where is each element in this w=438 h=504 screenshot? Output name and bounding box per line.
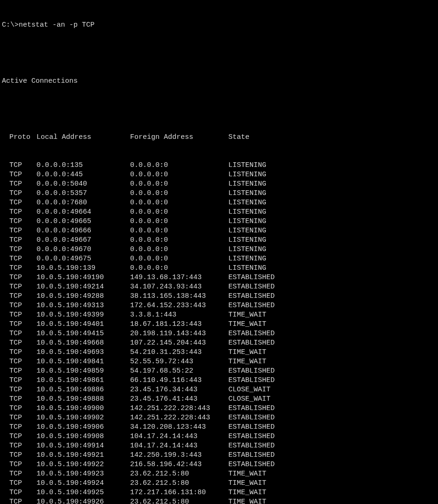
indent [2, 273, 9, 282]
cell-local-address: 0.0.0.0:135 [36, 161, 130, 170]
table-row: TCP10.0.5.190:493993.3.8.1:443TIME_WAIT [2, 310, 438, 320]
cell-local-address: 0.0.0.0:49670 [36, 245, 130, 254]
cell-state: ESTABLISHED [228, 441, 438, 451]
table-row: TCP10.0.5.190:4992623.62.212.5:80TIME_WA… [2, 497, 438, 504]
cell-proto: TCP [9, 395, 36, 404]
cell-state: TIME_WAIT [228, 488, 438, 497]
cell-foreign-address: 0.0.0.0:0 [130, 170, 228, 180]
cell-state: ESTABLISHED [228, 423, 438, 432]
table-row: TCP10.0.5.190:4992323.62.212.5:80TIME_WA… [2, 469, 438, 479]
cell-local-address: 10.0.5.190:49922 [36, 460, 130, 469]
cell-foreign-address: 34.120.208.123:443 [130, 423, 228, 432]
indent [2, 367, 9, 376]
cell-local-address: 10.0.5.190:49668 [36, 338, 130, 348]
cell-foreign-address: 104.17.24.14:443 [130, 432, 228, 441]
cell-local-address: 0.0.0.0:5357 [36, 189, 130, 198]
cell-proto: TCP [9, 441, 36, 451]
cell-state: ESTABLISHED [228, 404, 438, 413]
table-row: TCP10.0.5.190:4988623.45.176.34:443CLOSE… [2, 385, 438, 395]
cell-state: ESTABLISHED [228, 451, 438, 460]
cell-proto: TCP [9, 217, 36, 226]
cell-local-address: 10.0.5.190:49923 [36, 469, 130, 479]
cell-foreign-address: 23.62.212.5:80 [130, 497, 228, 504]
cell-state: TIME_WAIT [228, 479, 438, 488]
cell-state: TIME_WAIT [228, 320, 438, 329]
cell-state: LISTENING [228, 217, 438, 226]
cell-proto: TCP [9, 254, 36, 264]
table-row: TCP0.0.0.0:50400.0.0.0:0LISTENING [2, 180, 438, 189]
cell-state: LISTENING [228, 245, 438, 254]
cell-foreign-address: 0.0.0.0:0 [130, 161, 228, 170]
blank-line [2, 49, 438, 58]
cell-proto: TCP [9, 479, 36, 488]
cell-local-address: 0.0.0.0:445 [36, 170, 130, 180]
table-row: TCP10.0.5.190:4969354.210.31.253:443TIME… [2, 348, 438, 357]
cell-state: LISTENING [228, 180, 438, 189]
cell-foreign-address: 0.0.0.0:0 [130, 226, 228, 236]
cell-local-address: 0.0.0.0:49665 [36, 217, 130, 226]
cell-state: ESTABLISHED [228, 376, 438, 385]
cell-local-address: 0.0.0.0:49675 [36, 254, 130, 264]
cell-proto: TCP [9, 357, 36, 367]
table-row: TCP10.0.5.190:49313172.64.152.233:443EST… [2, 301, 438, 310]
cell-foreign-address: 0.0.0.0:0 [130, 180, 228, 189]
indent [2, 497, 9, 504]
cell-local-address: 0.0.0.0:49666 [36, 226, 130, 236]
indent [2, 395, 9, 404]
table-row: TCP10.0.5.190:49925172.217.166.131:80TIM… [2, 488, 438, 497]
indent [2, 301, 9, 310]
cell-state: ESTABLISHED [228, 301, 438, 310]
cell-foreign-address: 172.64.152.233:443 [130, 301, 228, 310]
cell-proto: TCP [9, 413, 36, 423]
cell-state: TIME_WAIT [228, 469, 438, 479]
cell-foreign-address: 54.197.68.55:22 [130, 367, 228, 376]
cell-state: ESTABLISHED [228, 329, 438, 338]
cell-foreign-address: 104.17.24.14:443 [130, 441, 228, 451]
cell-local-address: 10.0.5.190:49888 [36, 395, 130, 404]
cell-local-address: 0.0.0.0:49664 [36, 208, 130, 217]
cell-proto: TCP [9, 198, 36, 208]
cell-proto: TCP [9, 273, 36, 282]
command-text: netstat -an -p TCP [19, 21, 95, 29]
cell-local-address: 10.0.5.190:49924 [36, 479, 130, 488]
cell-state: CLOSE_WAIT [228, 395, 438, 404]
indent [2, 245, 9, 254]
table-row: TCP10.0.5.190:4984152.55.59.72:443TIME_W… [2, 357, 438, 367]
table-row: TCP10.0.5.190:49914104.17.24.14:443ESTAB… [2, 441, 438, 451]
terminal-output[interactable]: C:\>netstat -an -p TCP Active Connection… [0, 0, 438, 504]
col-header-foreign: Foreign Address [130, 133, 228, 142]
table-row: TCP10.0.5.190:49902142.251.222.228:443ES… [2, 413, 438, 423]
table-row: TCP0.0.0.0:496750.0.0.0:0LISTENING [2, 254, 438, 264]
cell-local-address: 10.0.5.190:49886 [36, 385, 130, 395]
table-row: TCP10.0.5.190:4940118.67.181.123:443TIME… [2, 320, 438, 329]
blank-line [2, 105, 438, 114]
indent [2, 320, 9, 329]
indent [2, 469, 9, 479]
indent [2, 385, 9, 395]
cell-proto: TCP [9, 404, 36, 413]
indent [2, 226, 9, 236]
cell-state: CLOSE_WAIT [228, 385, 438, 395]
cell-proto: TCP [9, 282, 36, 292]
cell-foreign-address: 20.198.119.143:443 [130, 329, 228, 338]
table-row: TCP10.0.5.190:1390.0.0.0:0LISTENING [2, 264, 438, 273]
indent [2, 264, 9, 273]
cell-proto: TCP [9, 376, 36, 385]
col-header-local: Local Address [36, 133, 130, 142]
prompt: C:\> [2, 21, 19, 29]
cell-local-address: 10.0.5.190:49313 [36, 301, 130, 310]
cell-foreign-address: 52.55.59.72:443 [130, 357, 228, 367]
cell-local-address: 10.0.5.190:49900 [36, 404, 130, 413]
cell-foreign-address: 23.62.212.5:80 [130, 479, 228, 488]
table-row: TCP10.0.5.190:4928838.113.165.138:443EST… [2, 292, 438, 301]
col-header-proto: Proto [9, 133, 36, 142]
indent [2, 479, 9, 488]
cell-foreign-address: 23.45.176.34:443 [130, 385, 228, 395]
cell-foreign-address: 142.251.222.228:443 [130, 404, 228, 413]
cell-proto: TCP [9, 180, 36, 189]
cell-foreign-address: 107.22.145.204:443 [130, 338, 228, 348]
cell-local-address: 10.0.5.190:49415 [36, 329, 130, 338]
indent [2, 423, 9, 432]
cell-proto: TCP [9, 338, 36, 348]
table-row: TCP10.0.5.190:49908104.17.24.14:443ESTAB… [2, 432, 438, 441]
